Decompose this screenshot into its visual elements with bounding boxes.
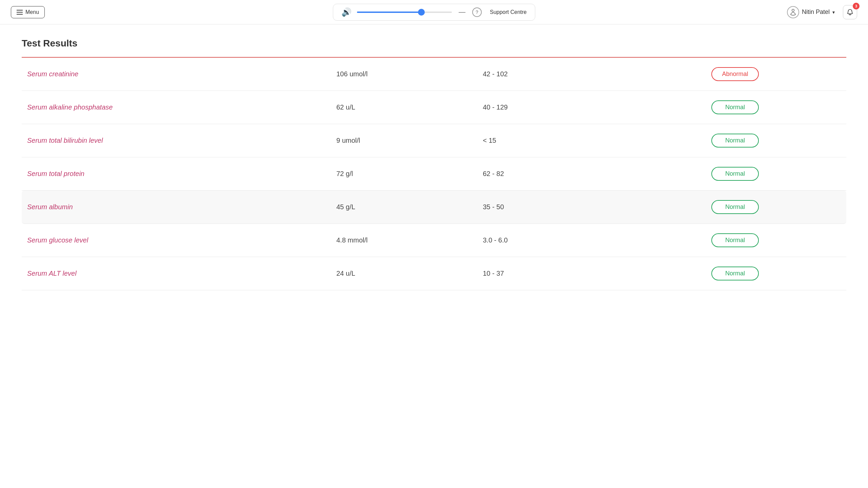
test-value: 62 u/L xyxy=(336,103,483,111)
test-range: 40 - 129 xyxy=(483,103,678,111)
help-icon: ? xyxy=(472,7,482,17)
test-range: 35 - 50 xyxy=(483,203,678,211)
test-value: 9 umol/l xyxy=(336,137,483,144)
table-row[interactable]: Serum glucose level 4.8 mmol/l 3.0 - 6.0… xyxy=(22,224,846,257)
test-results-table: Serum creatinine 106 umol/l 42 - 102 Abn… xyxy=(22,57,846,290)
status-badge: Normal xyxy=(711,200,759,214)
test-name: Serum total protein xyxy=(27,170,336,178)
test-name: Serum albumin xyxy=(27,203,336,211)
audio-controls: 🔊 — ? Support Centre xyxy=(333,4,535,21)
menu-label: Menu xyxy=(25,9,39,15)
test-name: Serum glucose level xyxy=(27,236,336,244)
test-name: Serum creatinine xyxy=(27,70,336,78)
header: Menu 🔊 — ? Support Centre Nitin Patel ▾ xyxy=(0,0,868,24)
chevron-down-icon: ▾ xyxy=(832,9,835,15)
test-range: < 15 xyxy=(483,137,678,144)
avatar xyxy=(787,6,799,18)
status-badge: Abnormal xyxy=(711,67,759,81)
support-centre-button[interactable]: Support Centre xyxy=(490,9,527,15)
page-title: Test Results xyxy=(22,38,846,49)
test-name: Serum ALT level xyxy=(27,270,336,277)
status-badge: Normal xyxy=(711,167,759,181)
support-centre-label: Support Centre xyxy=(490,9,527,15)
table-row[interactable]: Serum alkaline phosphatase 62 u/L 40 - 1… xyxy=(22,91,846,124)
test-status: Abnormal xyxy=(678,67,792,81)
table-row[interactable]: Serum creatinine 106 umol/l 42 - 102 Abn… xyxy=(22,57,846,91)
test-range: 10 - 37 xyxy=(483,270,678,277)
bell-icon xyxy=(846,8,854,16)
slider-fill xyxy=(357,12,421,13)
volume-slider[interactable] xyxy=(357,12,452,13)
test-range: 3.0 - 6.0 xyxy=(483,236,678,244)
test-value: 24 u/L xyxy=(336,270,483,277)
test-value: 72 g/l xyxy=(336,170,483,178)
minus-button[interactable]: — xyxy=(457,8,467,16)
test-date: 19 Aug 2013 xyxy=(792,70,868,78)
test-status: Normal xyxy=(678,267,792,280)
test-status: Normal xyxy=(678,233,792,247)
test-status: Normal xyxy=(678,100,792,114)
test-status: Normal xyxy=(678,200,792,214)
test-date: 19 Aug 2013 xyxy=(792,270,868,277)
notification-badge: 3 xyxy=(853,3,860,9)
table-row[interactable]: Serum total bilirubin level 9 umol/l < 1… xyxy=(22,124,846,157)
test-date: 19 Aug 2013 xyxy=(792,137,868,144)
test-date: 19 Aug 2013 xyxy=(792,236,868,244)
test-name: Serum alkaline phosphatase xyxy=(27,103,336,111)
slider-thumb[interactable] xyxy=(418,9,425,16)
user-name: Nitin Patel xyxy=(802,8,830,16)
test-date: 19 Aug 2013 xyxy=(792,170,868,178)
status-badge: Normal xyxy=(711,100,759,114)
test-value: 45 g/L xyxy=(336,203,483,211)
volume-icon[interactable]: 🔊 xyxy=(341,7,352,17)
header-right: Nitin Patel ▾ 3 xyxy=(787,5,857,19)
status-badge: Normal xyxy=(711,267,759,280)
hamburger-icon xyxy=(17,10,23,15)
test-status: Normal xyxy=(678,167,792,181)
test-range: 62 - 82 xyxy=(483,170,678,178)
status-badge: Normal xyxy=(711,134,759,148)
notification-button[interactable]: 3 xyxy=(843,5,857,19)
test-value: 106 umol/l xyxy=(336,70,483,78)
test-date: 19 Aug 2013 xyxy=(792,103,868,111)
status-badge: Normal xyxy=(711,233,759,247)
user-info[interactable]: Nitin Patel ▾ xyxy=(787,6,835,18)
test-name: Serum total bilirubin level xyxy=(27,137,336,144)
table-row[interactable]: Serum albumin 45 g/L 35 - 50 Normal 19 A… xyxy=(22,191,846,224)
test-date: 19 Aug 2013 xyxy=(792,203,868,211)
test-value: 4.8 mmol/l xyxy=(336,236,483,244)
test-status: Normal xyxy=(678,134,792,148)
menu-button[interactable]: Menu xyxy=(11,6,45,18)
table-row[interactable]: Serum ALT level 24 u/L 10 - 37 Normal 19… xyxy=(22,257,846,290)
main-content: Test Results Serum creatinine 106 umol/l… xyxy=(0,24,868,488)
test-range: 42 - 102 xyxy=(483,70,678,78)
table-row[interactable]: Serum total protein 72 g/l 62 - 82 Norma… xyxy=(22,157,846,191)
